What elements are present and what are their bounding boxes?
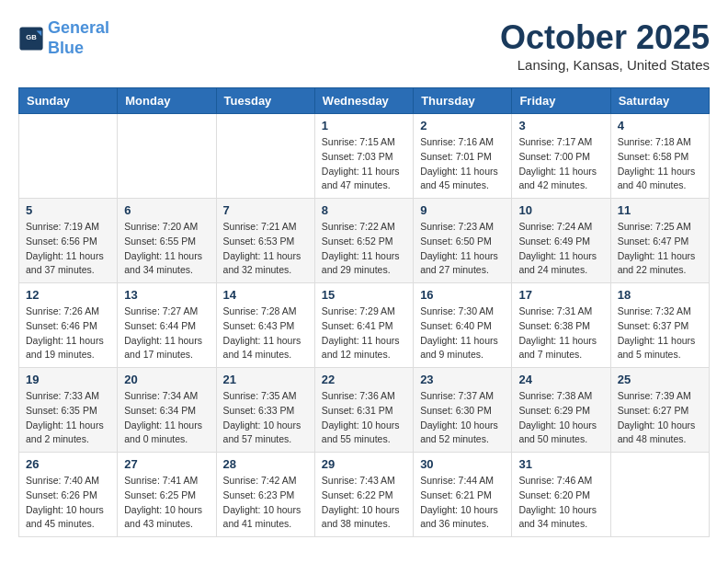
day-number: 30 (420, 457, 505, 471)
calendar-header: SundayMondayTuesdayWednesdayThursdayFrid… (19, 88, 710, 114)
day-info: Sunrise: 7:26 AMSunset: 6:46 PMDaylight:… (26, 304, 110, 362)
weekday-header-row: SundayMondayTuesdayWednesdayThursdayFrid… (19, 88, 710, 114)
day-number: 11 (618, 203, 702, 217)
calendar-cell: 10Sunrise: 7:24 AMSunset: 6:49 PMDayligh… (512, 199, 610, 283)
calendar-cell: 2Sunrise: 7:16 AMSunset: 7:01 PMDaylight… (414, 114, 512, 199)
day-info: Sunrise: 7:36 AMSunset: 6:31 PMDaylight:… (322, 389, 406, 447)
day-number: 23 (420, 373, 505, 386)
day-number: 17 (518, 288, 603, 302)
calendar-cell (216, 114, 314, 199)
day-info: Sunrise: 7:25 AMSunset: 6:47 PMDaylight:… (618, 220, 702, 278)
calendar-cell: 13Sunrise: 7:27 AMSunset: 6:44 PMDayligh… (118, 283, 216, 368)
day-info: Sunrise: 7:44 AMSunset: 6:21 PMDaylight:… (420, 474, 505, 532)
calendar-week-3: 12Sunrise: 7:26 AMSunset: 6:46 PMDayligh… (19, 283, 710, 368)
day-info: Sunrise: 7:22 AMSunset: 6:52 PMDaylight:… (322, 220, 406, 278)
calendar-cell: 6Sunrise: 7:20 AMSunset: 6:55 PMDaylight… (118, 199, 216, 283)
calendar-week-2: 5Sunrise: 7:19 AMSunset: 6:56 PMDaylight… (19, 199, 710, 283)
calendar-week-5: 26Sunrise: 7:40 AMSunset: 6:26 PMDayligh… (19, 453, 710, 537)
day-number: 14 (223, 288, 308, 302)
day-info: Sunrise: 7:29 AMSunset: 6:41 PMDaylight:… (322, 304, 406, 362)
day-info: Sunrise: 7:40 AMSunset: 6:26 PMDaylight:… (26, 474, 110, 532)
day-number: 12 (26, 288, 110, 302)
weekday-header-thursday: Thursday (414, 88, 512, 114)
calendar-cell: 7Sunrise: 7:21 AMSunset: 6:53 PMDaylight… (216, 199, 314, 283)
day-info: Sunrise: 7:38 AMSunset: 6:29 PMDaylight:… (518, 389, 603, 447)
day-info: Sunrise: 7:30 AMSunset: 6:40 PMDaylight:… (420, 304, 505, 362)
day-number: 26 (26, 457, 110, 471)
weekday-header-monday: Monday (118, 88, 216, 114)
weekday-header-sunday: Sunday (19, 88, 118, 114)
weekday-header-wednesday: Wednesday (314, 88, 413, 114)
day-info: Sunrise: 7:35 AMSunset: 6:33 PMDaylight:… (223, 389, 308, 447)
day-info: Sunrise: 7:27 AMSunset: 6:44 PMDaylight:… (124, 304, 209, 362)
logo-icon: GB (18, 26, 44, 52)
day-info: Sunrise: 7:32 AMSunset: 6:37 PMDaylight:… (618, 304, 702, 362)
day-info: Sunrise: 7:39 AMSunset: 6:27 PMDaylight:… (618, 389, 702, 447)
calendar-cell: 24Sunrise: 7:38 AMSunset: 6:29 PMDayligh… (512, 368, 610, 453)
logo-text: GeneralBlue (48, 18, 109, 58)
calendar-week-4: 19Sunrise: 7:33 AMSunset: 6:35 PMDayligh… (19, 368, 710, 453)
day-number: 6 (124, 203, 209, 217)
day-info: Sunrise: 7:23 AMSunset: 6:50 PMDaylight:… (420, 220, 505, 278)
day-info: Sunrise: 7:20 AMSunset: 6:55 PMDaylight:… (124, 220, 209, 278)
day-info: Sunrise: 7:34 AMSunset: 6:34 PMDaylight:… (124, 389, 209, 447)
day-info: Sunrise: 7:43 AMSunset: 6:22 PMDaylight:… (322, 474, 406, 532)
day-number: 20 (124, 373, 209, 386)
day-info: Sunrise: 7:28 AMSunset: 6:43 PMDaylight:… (223, 304, 308, 362)
calendar-cell: 28Sunrise: 7:42 AMSunset: 6:23 PMDayligh… (216, 453, 314, 537)
calendar-cell: 5Sunrise: 7:19 AMSunset: 6:56 PMDaylight… (19, 199, 118, 283)
day-number: 24 (518, 373, 603, 386)
calendar-cell: 31Sunrise: 7:46 AMSunset: 6:20 PMDayligh… (512, 453, 610, 537)
day-number: 10 (518, 203, 603, 217)
calendar-body: 1Sunrise: 7:15 AMSunset: 7:03 PMDaylight… (19, 114, 710, 537)
day-number: 21 (223, 373, 308, 386)
calendar-cell: 17Sunrise: 7:31 AMSunset: 6:38 PMDayligh… (512, 283, 610, 368)
weekday-header-tuesday: Tuesday (216, 88, 314, 114)
day-number: 3 (518, 119, 603, 132)
calendar-cell: 18Sunrise: 7:32 AMSunset: 6:37 PMDayligh… (610, 283, 709, 368)
day-info: Sunrise: 7:16 AMSunset: 7:01 PMDaylight:… (420, 135, 505, 193)
calendar-cell: 20Sunrise: 7:34 AMSunset: 6:34 PMDayligh… (118, 368, 216, 453)
day-number: 4 (618, 119, 702, 132)
calendar-cell: 1Sunrise: 7:15 AMSunset: 7:03 PMDaylight… (314, 114, 413, 199)
day-number: 31 (518, 457, 603, 471)
calendar-cell (19, 114, 118, 199)
day-number: 2 (420, 119, 505, 132)
day-info: Sunrise: 7:15 AMSunset: 7:03 PMDaylight:… (322, 135, 406, 193)
month-title: October 2025 (500, 18, 710, 57)
day-info: Sunrise: 7:24 AMSunset: 6:49 PMDaylight:… (518, 220, 603, 278)
day-info: Sunrise: 7:41 AMSunset: 6:25 PMDaylight:… (124, 474, 209, 532)
day-number: 15 (322, 288, 406, 302)
calendar-cell: 21Sunrise: 7:35 AMSunset: 6:33 PMDayligh… (216, 368, 314, 453)
weekday-header-saturday: Saturday (610, 88, 709, 114)
location: Lansing, Kansas, United States (500, 57, 710, 73)
day-info: Sunrise: 7:37 AMSunset: 6:30 PMDaylight:… (420, 389, 505, 447)
calendar-cell: 25Sunrise: 7:39 AMSunset: 6:27 PMDayligh… (610, 368, 709, 453)
calendar-cell: 9Sunrise: 7:23 AMSunset: 6:50 PMDaylight… (414, 199, 512, 283)
day-info: Sunrise: 7:17 AMSunset: 7:00 PMDaylight:… (518, 135, 603, 193)
calendar-cell: 15Sunrise: 7:29 AMSunset: 6:41 PMDayligh… (314, 283, 413, 368)
calendar-cell: 27Sunrise: 7:41 AMSunset: 6:25 PMDayligh… (118, 453, 216, 537)
calendar-cell: 16Sunrise: 7:30 AMSunset: 6:40 PMDayligh… (414, 283, 512, 368)
day-number: 16 (420, 288, 505, 302)
calendar-cell: 29Sunrise: 7:43 AMSunset: 6:22 PMDayligh… (314, 453, 413, 537)
calendar-week-1: 1Sunrise: 7:15 AMSunset: 7:03 PMDaylight… (19, 114, 710, 199)
calendar-cell: 8Sunrise: 7:22 AMSunset: 6:52 PMDaylight… (314, 199, 413, 283)
calendar-cell: 4Sunrise: 7:18 AMSunset: 6:58 PMDaylight… (610, 114, 709, 199)
calendar-cell: 14Sunrise: 7:28 AMSunset: 6:43 PMDayligh… (216, 283, 314, 368)
calendar-cell: 12Sunrise: 7:26 AMSunset: 6:46 PMDayligh… (19, 283, 118, 368)
day-number: 5 (26, 203, 110, 217)
calendar-cell: 3Sunrise: 7:17 AMSunset: 7:00 PMDaylight… (512, 114, 610, 199)
svg-text:GB: GB (26, 33, 37, 41)
day-info: Sunrise: 7:21 AMSunset: 6:53 PMDaylight:… (223, 220, 308, 278)
calendar-cell: 19Sunrise: 7:33 AMSunset: 6:35 PMDayligh… (19, 368, 118, 453)
calendar-cell: 22Sunrise: 7:36 AMSunset: 6:31 PMDayligh… (314, 368, 413, 453)
calendar-cell: 11Sunrise: 7:25 AMSunset: 6:47 PMDayligh… (610, 199, 709, 283)
day-info: Sunrise: 7:46 AMSunset: 6:20 PMDaylight:… (518, 474, 603, 532)
day-number: 25 (618, 373, 702, 386)
day-number: 8 (322, 203, 406, 217)
day-number: 27 (124, 457, 209, 471)
day-info: Sunrise: 7:18 AMSunset: 6:58 PMDaylight:… (618, 135, 702, 193)
day-number: 18 (618, 288, 702, 302)
day-info: Sunrise: 7:42 AMSunset: 6:23 PMDaylight:… (223, 474, 308, 532)
